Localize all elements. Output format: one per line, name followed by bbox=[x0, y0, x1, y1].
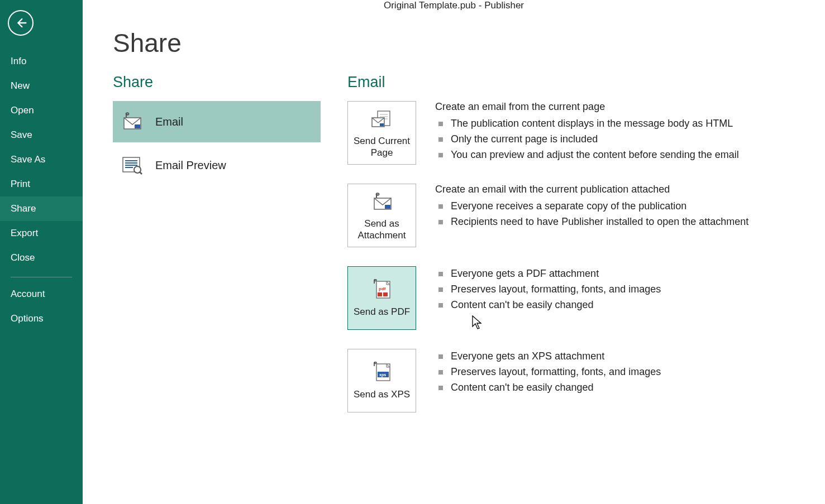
block-header: Create an email with the current publica… bbox=[435, 184, 825, 195]
email-section-title: Email bbox=[347, 74, 825, 91]
nav-close[interactable]: Close bbox=[0, 246, 83, 270]
svg-rect-18 bbox=[385, 205, 390, 209]
bullet: Only the current page is included bbox=[435, 132, 825, 147]
sidebar: Info New Open Save Save As Print Share E… bbox=[0, 0, 83, 504]
bullet: Preserves layout, formatting, fonts, and… bbox=[435, 282, 825, 297]
bullet: The publication content displays in the … bbox=[435, 116, 825, 132]
nav-share[interactable]: Share bbox=[0, 196, 83, 221]
nav-export[interactable]: Export bbox=[0, 221, 83, 246]
email-block-xps: xps Send as XPS Everyone gets an XPS att… bbox=[347, 349, 825, 412]
button-label: Send Current Page bbox=[352, 135, 411, 159]
share-option-email[interactable]: Email bbox=[113, 101, 321, 142]
back-button[interactable] bbox=[8, 10, 34, 36]
svg-rect-22 bbox=[378, 292, 382, 296]
send-current-page-icon bbox=[370, 107, 394, 132]
email-block-pdf: pdf Send as PDF Everyone gets a PDF atta… bbox=[347, 266, 825, 330]
send-as-xps-button[interactable]: xps Send as XPS bbox=[347, 349, 416, 412]
email-block-current-page: Send Current Page Create an email from t… bbox=[347, 101, 825, 165]
nav-info[interactable]: Info bbox=[0, 49, 83, 74]
send-as-pdf-button[interactable]: pdf Send as PDF bbox=[347, 266, 416, 330]
bullet: Everyone receives a separate copy of the… bbox=[435, 199, 825, 214]
bullet: You can preview and adjust the content b… bbox=[435, 147, 825, 163]
email-block-attachment: Send as Attachment Create an email with … bbox=[347, 184, 825, 247]
back-arrow-icon bbox=[13, 15, 28, 31]
share-option-label: Email bbox=[155, 116, 183, 128]
main: Original Template.pub - Publisher Share … bbox=[83, 0, 825, 504]
button-label: Send as XPS bbox=[354, 388, 410, 400]
email-icon bbox=[118, 108, 145, 135]
svg-rect-2 bbox=[135, 124, 140, 128]
window-title: Original Template.pub - Publisher bbox=[83, 0, 825, 11]
button-label: Send as Attachment bbox=[352, 218, 411, 242]
send-current-page-button[interactable]: Send Current Page bbox=[347, 101, 416, 165]
share-option-email-preview[interactable]: Email Preview bbox=[113, 145, 321, 186]
svg-rect-23 bbox=[383, 292, 388, 296]
bullet: Everyone gets a PDF attachment bbox=[435, 266, 825, 282]
bullet: Recipients need to have Publisher instal… bbox=[435, 214, 825, 230]
bullet: Content can't be easily changed bbox=[435, 380, 825, 396]
svg-text:pdf: pdf bbox=[379, 286, 386, 291]
block-header: Create an email from the current page bbox=[435, 101, 825, 113]
send-as-xps-icon: xps bbox=[371, 361, 393, 385]
email-preview-icon bbox=[118, 152, 145, 179]
email-column: . Email bbox=[347, 28, 825, 431]
svg-line-9 bbox=[140, 172, 142, 174]
button-label: Send as PDF bbox=[354, 306, 410, 318]
bullet: Content can't be easily changed bbox=[435, 297, 825, 313]
bullet: Everyone gets an XPS attachment bbox=[435, 349, 825, 364]
share-option-label: Email Preview bbox=[155, 159, 226, 172]
nav-save[interactable]: Save bbox=[0, 123, 83, 147]
svg-text:xps: xps bbox=[379, 373, 386, 377]
nav-options[interactable]: Options bbox=[0, 306, 83, 331]
nav-save-as[interactable]: Save As bbox=[0, 147, 83, 172]
page-title: Share bbox=[113, 28, 347, 58]
nav-open[interactable]: Open bbox=[0, 98, 83, 123]
nav-new[interactable]: New bbox=[0, 74, 83, 98]
svg-rect-15 bbox=[380, 123, 384, 126]
nav-account[interactable]: Account bbox=[0, 282, 83, 306]
nav-divider bbox=[11, 277, 72, 277]
bullet: Preserves layout, formatting, fonts, and… bbox=[435, 364, 825, 380]
nav-print[interactable]: Print bbox=[0, 172, 83, 196]
send-as-attachment-icon bbox=[371, 190, 393, 214]
share-column: Share Share Email bbox=[113, 28, 347, 431]
send-as-attachment-button[interactable]: Send as Attachment bbox=[347, 184, 416, 247]
send-as-pdf-icon: pdf bbox=[371, 278, 393, 303]
share-section-title: Share bbox=[113, 74, 347, 91]
